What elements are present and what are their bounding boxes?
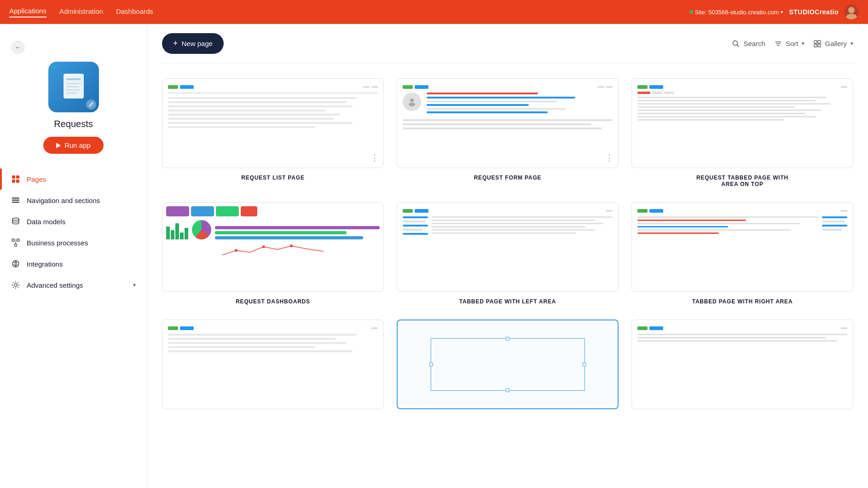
nav-dashboards[interactable]: Dashboards [116,7,153,17]
page-card-request-list[interactable]: ⋮ REQUEST LIST PAGE [162,78,384,187]
top-navigation: Applications Administration Dashboards S… [0,0,868,24]
edit-icon-overlay[interactable] [86,99,96,110]
svg-rect-14 [12,202,19,203]
page-thumbnail-tabbed-left [397,202,619,292]
main-layout: ← Requests [0,24,868,488]
top-nav-right: Site: 503568-studio.creatio.com ▾ STUDIO… [689,5,859,19]
sidebar-back-area: ← [0,35,147,54]
toolbar-right: Search Sort ▾ Gallery ▾ [732,40,853,47]
sidebar-item-navigation[interactable]: Navigation and sections [0,190,147,211]
app-name-label: Requests [54,119,93,129]
run-app-button[interactable]: Run app [43,137,104,154]
thumb-header [168,85,378,89]
nav-applications[interactable]: Applications [9,7,46,17]
page-card-form-label: REQUEST FORM PAGE [474,174,542,181]
page-thumbnail-9 [631,320,853,409]
svg-rect-11 [16,180,19,183]
svg-rect-13 [12,200,19,201]
svg-rect-23 [818,41,821,43]
gallery-icon [814,40,821,47]
svg-point-19 [12,261,19,267]
site-selector[interactable]: Site: 503568-studio.creatio.com ▾ [689,9,784,16]
page-card-tabbed-left[interactable]: TABBED PAGE WITH LEFT AREA [397,202,619,305]
page-card-8[interactable] [397,320,619,416]
site-status-dot [689,10,693,14]
sidebar-item-business-processes[interactable]: Business processes [0,232,147,253]
sort-button[interactable]: Sort ▾ [775,40,805,47]
page-thumbnail-tabbed-right [631,202,853,292]
brand-label: STUDIOCreatio [789,8,839,16]
page-card-tabbed-label: REQUEST TABBED PAGE WITH AREA ON TOP [692,174,793,187]
sidebar-item-integrations[interactable]: Integrations [0,253,147,274]
sidebar-item-advanced-settings[interactable]: Advanced settings ▾ [0,274,147,296]
pages-icon [11,174,20,184]
play-icon [56,143,61,148]
svg-point-27 [409,103,415,106]
advanced-chevron-icon: ▾ [133,282,136,288]
site-chevron-icon: ▾ [781,9,783,15]
svg-rect-18 [15,244,17,246]
svg-point-20 [14,284,17,286]
more-options-icon[interactable]: ⋮ [370,153,379,163]
integrations-icon [11,259,20,268]
svg-rect-12 [12,198,19,199]
doc-icon [62,73,86,101]
nav-administration[interactable]: Administration [59,7,103,17]
new-page-button[interactable]: + New page [162,33,224,54]
page-card-tabbed-right[interactable]: TABBED PAGE WITH RIGHT AREA [631,202,853,305]
page-thumbnail-7 [162,320,384,409]
user-avatar[interactable] [844,5,859,19]
app-icon [48,62,99,112]
run-app-label: Run app [64,141,91,149]
sidebar-nav: Pages Navigation and sections Data model… [0,165,147,299]
new-page-label: New page [182,40,213,47]
page-thumbnail-request-form: ⋮ [397,78,619,168]
back-button[interactable]: ← [11,41,25,54]
pencil-icon [88,102,94,107]
svg-rect-16 [12,239,14,241]
page-thumbnail-request-tabbed [631,78,853,168]
gallery-chevron-icon: ▾ [851,41,853,46]
page-card-7[interactable] [162,320,384,416]
svg-rect-4 [66,83,81,84]
business-processes-icon [11,238,20,247]
page-card-9[interactable] [631,320,853,416]
pages-grid: ⋮ REQUEST LIST PAGE [162,78,853,416]
plus-icon: + [173,39,178,48]
page-card-request-form[interactable]: ⋮ REQUEST FORM PAGE [397,78,619,187]
svg-rect-7 [66,93,77,94]
gallery-button[interactable]: Gallery ▾ [814,40,853,47]
sidebar: ← Requests [0,24,147,488]
svg-rect-17 [17,239,19,241]
svg-point-1 [846,14,857,19]
app-info: Requests Run app [0,54,147,165]
page-card-tabbed-left-label: TABBED PAGE WITH LEFT AREA [459,298,556,305]
page-card-dashboards[interactable]: REQUEST DASHBOARDS [162,202,384,305]
page-card-list-label: REQUEST LIST PAGE [241,174,304,181]
sort-chevron-icon: ▾ [802,41,804,46]
svg-point-0 [848,7,855,13]
sort-label: Sort [786,40,799,47]
nav-sections-icon [11,196,20,205]
svg-point-29 [290,244,293,247]
sort-icon [775,40,782,47]
svg-point-26 [410,99,414,102]
sidebar-integrations-label: Integrations [27,260,63,268]
search-label: Search [743,40,765,47]
search-button[interactable]: Search [732,40,765,47]
page-thumbnail-8 [397,320,619,409]
site-label: Site: 503568-studio.creatio.com [695,9,779,16]
gallery-label: Gallery [825,40,847,47]
sidebar-item-pages[interactable]: Pages [0,168,147,190]
sidebar-pages-label: Pages [27,175,46,183]
form-more-options-icon[interactable]: ⋮ [605,153,613,163]
back-arrow-icon: ← [15,44,21,51]
page-thumbnail-request-list: ⋮ [162,78,384,168]
page-card-request-tabbed[interactable]: REQUEST TABBED PAGE WITH AREA ON TOP [631,78,853,187]
svg-rect-22 [814,41,817,43]
svg-rect-24 [814,44,817,47]
toolbar: + New page Search Sort ▾ Gallery ▾ [162,24,853,64]
svg-rect-5 [66,86,79,87]
svg-rect-8 [12,175,15,179]
sidebar-item-data-models[interactable]: Data models [0,211,147,232]
